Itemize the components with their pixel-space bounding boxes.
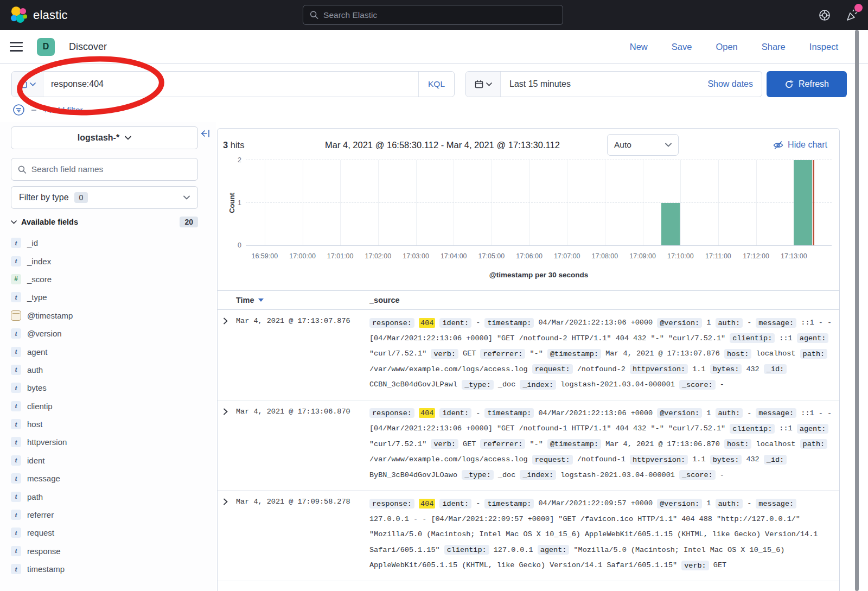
time-range-button[interactable]: Last 15 minutes <box>501 72 699 97</box>
chevron-right-icon <box>222 317 229 325</box>
string-field-icon: t <box>11 419 21 429</box>
field-item-ident[interactable]: tident <box>11 452 216 469</box>
share-button[interactable]: Share <box>762 42 786 52</box>
string-field-icon: t <box>11 365 21 375</box>
field-item-request[interactable]: trequest <box>11 524 216 542</box>
field-item-path[interactable]: tpath <box>11 487 216 505</box>
row-source: response: 404 ident: - timestamp: 04/Mar… <box>369 315 835 393</box>
source-field-key: @timestamp: <box>547 349 601 359</box>
field-item-@timestamp[interactable]: @timestamp <box>11 307 216 325</box>
source-field-value: GET <box>713 561 726 569</box>
field-item-clientip[interactable]: tclientip <box>11 397 216 415</box>
field-item-auth[interactable]: tauth <box>11 361 216 379</box>
collapse-left-icon[interactable] <box>200 129 211 138</box>
field-item-httpversion[interactable]: thttpversion <box>11 433 216 451</box>
source-field-value: localhost <box>756 440 796 448</box>
quick-select-button[interactable] <box>466 72 501 97</box>
field-name: _type <box>27 293 47 302</box>
x-tick-label: 17:06:00 <box>516 252 542 260</box>
expand-row-button[interactable] <box>222 406 236 415</box>
field-item-_type[interactable]: t_type <box>11 288 216 306</box>
field-search[interactable] <box>11 158 198 181</box>
field-name: message <box>27 474 60 483</box>
saved-query-button[interactable] <box>12 72 43 97</box>
app-badge[interactable]: D <box>37 38 55 56</box>
source-column-header: _source <box>369 296 839 304</box>
open-button[interactable]: Open <box>716 42 737 52</box>
source-field-key: _type: <box>462 380 494 390</box>
time-column-header[interactable]: Time <box>236 296 369 304</box>
string-field-icon: t <box>11 510 21 520</box>
expand-row-button[interactable] <box>222 315 236 325</box>
field-name: response <box>27 546 61 556</box>
global-search-input[interactable] <box>323 10 556 20</box>
field-item-agent[interactable]: tagent <box>11 342 216 360</box>
filter-circle-icon[interactable] <box>12 104 25 116</box>
chevron-down-icon <box>665 143 672 147</box>
sidebar: logstash-* Filter by type 0 Available fi… <box>0 122 216 591</box>
search-icon <box>18 165 27 174</box>
source-field-value: 1 <box>706 409 711 417</box>
available-fields-label: Available fields <box>21 218 78 226</box>
field-item-referrer[interactable]: treferrer <box>11 506 216 524</box>
hide-chart-button[interactable]: Hide chart <box>773 140 827 150</box>
chevron-down-icon <box>11 220 17 224</box>
histogram-bar[interactable] <box>661 203 680 246</box>
source-field-value: ::1 <box>779 334 792 342</box>
field-item-_id[interactable]: t_id <box>11 234 216 252</box>
scrollbar-thumb[interactable] <box>855 30 859 591</box>
field-item-timestamp[interactable]: ttimestamp <box>11 560 216 578</box>
show-dates-button[interactable]: Show dates <box>699 72 762 97</box>
field-item-bytes[interactable]: tbytes <box>11 379 216 397</box>
field-item-_index[interactable]: t_index <box>11 252 216 270</box>
add-filter-button[interactable]: + Add filter <box>43 105 83 115</box>
source-field-key: bytes: <box>710 364 742 374</box>
hide-chart-label: Hide chart <box>788 140 827 150</box>
highlighted-value: 404 <box>419 318 435 328</box>
field-item-host[interactable]: thost <box>11 415 216 433</box>
source-field-value: /notfound-2 <box>577 365 626 373</box>
source-field-value: - <box>747 319 751 327</box>
source-field-key: message: <box>756 318 796 328</box>
source-field-value: 1 <box>706 319 711 327</box>
source-field-value: "curl/7.52.1" <box>369 440 426 448</box>
gridline-vertical <box>378 160 379 245</box>
save-button[interactable]: Save <box>672 42 692 52</box>
alerts-icon[interactable] <box>845 8 859 22</box>
expand-row-button[interactable] <box>222 496 236 505</box>
elastic-logo[interactable]: elastic <box>10 6 68 24</box>
index-pattern-select[interactable]: logstash-* <box>11 126 198 149</box>
available-fields-count: 20 <box>180 217 198 227</box>
new-button[interactable]: New <box>630 42 648 52</box>
source-field-key: clientip: <box>730 333 775 343</box>
query-language-button[interactable]: KQL <box>418 72 454 97</box>
inspect-button[interactable]: Inspect <box>809 42 838 52</box>
x-tick-label: 16:59:00 <box>251 252 278 260</box>
x-tick-label: 17:04:00 <box>441 252 467 260</box>
refresh-button[interactable]: Refresh <box>767 71 847 97</box>
source-field-value: _doc <box>498 380 515 389</box>
filter-by-type-select[interactable]: Filter by type 0 <box>11 186 198 209</box>
field-name: host <box>27 420 42 429</box>
source-field-key: _score: <box>679 380 716 390</box>
hamburger-icon[interactable] <box>10 42 23 52</box>
histogram-bar[interactable] <box>794 160 812 245</box>
query-input[interactable] <box>43 72 418 97</box>
field-item-response[interactable]: tresponse <box>11 542 216 560</box>
field-item-@version[interactable]: t@version <box>11 325 216 342</box>
field-item-_score[interactable]: #_score <box>11 270 216 288</box>
source-field-value: /var/www/example.com/logs/access.log <box>369 455 528 463</box>
chevron-down-icon <box>30 82 36 86</box>
interval-select[interactable]: Auto <box>607 134 679 156</box>
global-search[interactable] <box>303 5 563 25</box>
source-field-key: _index: <box>520 470 556 480</box>
string-field-icon: t <box>11 455 21 466</box>
field-search-input[interactable] <box>31 164 191 174</box>
available-fields-toggle[interactable]: Available fields 20 <box>11 217 198 227</box>
help-icon[interactable] <box>818 9 831 22</box>
source-field-value: localhost <box>756 349 796 358</box>
hits-count: 3 hits <box>223 140 325 150</box>
string-field-icon: t <box>11 292 21 302</box>
source-field-key: response: <box>369 318 414 328</box>
field-item-message[interactable]: tmessage <box>11 469 216 487</box>
